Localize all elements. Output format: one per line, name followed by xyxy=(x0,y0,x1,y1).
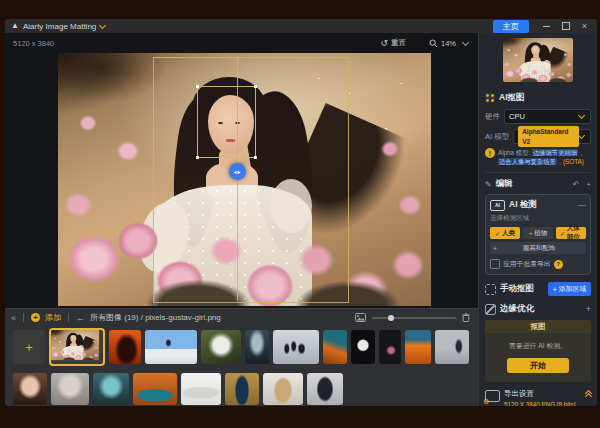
plus-icon: + xyxy=(553,286,557,293)
box-corner-handle[interactable] xyxy=(254,85,257,88)
girl-hair xyxy=(544,47,570,74)
add-region-button[interactable]: + 添加区域 xyxy=(548,282,591,296)
thumbnail-ski-scene[interactable] xyxy=(145,330,197,364)
box-corner-handle[interactable] xyxy=(196,85,199,88)
girl-dress xyxy=(521,61,551,82)
close-button[interactable]: × xyxy=(582,22,587,31)
thumbnail-group-jump[interactable] xyxy=(273,330,319,364)
minimize-button[interactable] xyxy=(543,26,550,27)
thumbnail-add-image-tile[interactable]: + xyxy=(13,330,45,364)
ai-detect-title: AI 检测 xyxy=(509,199,537,211)
export-settings[interactable]: ⚙ 导出设置 5120 X 3840 PNG [8 bits] xyxy=(485,389,591,406)
photo-canvas[interactable]: ◂▸ xyxy=(58,53,431,306)
detect-chip-clothing[interactable]: + 服装和配饰 xyxy=(490,242,586,254)
reset-label: 重置 xyxy=(391,38,406,48)
model-tip-part: 边缘细节更精细 xyxy=(532,149,578,156)
add-image-icon[interactable]: + xyxy=(31,313,40,322)
thumbnail-row-1: + xyxy=(9,326,478,368)
thumbnail-white-sofa[interactable] xyxy=(181,373,221,405)
compare-slider-handle[interactable]: ◂▸ xyxy=(229,163,246,180)
ai-matting-icon xyxy=(485,93,495,103)
girl-sleeve-l xyxy=(60,347,69,357)
export-settings-icon: ⚙ xyxy=(485,390,500,402)
thumbnail-beige-sweater[interactable] xyxy=(263,373,303,405)
maximize-button[interactable] xyxy=(562,22,570,30)
undo-icon[interactable]: ↶ xyxy=(573,180,580,189)
reset-view-button[interactable]: ↺ 重置 xyxy=(380,38,406,48)
hardware-chevron-down-icon xyxy=(578,112,585,119)
collapse-filmstrip-icon[interactable]: « xyxy=(11,313,16,323)
box-corner-handle[interactable] xyxy=(254,156,257,159)
hardware-select[interactable]: CPU xyxy=(504,109,591,124)
filmstrip: « + 添加 ← 所有图像 (19) / pixels-gustav-girl.… xyxy=(5,308,478,406)
breadcrumb: 所有图像 (19) / pixels-gustav-girl.png xyxy=(90,312,221,323)
thumbnail-size-slider[interactable] xyxy=(372,317,456,319)
canvas-area: 5120 x 3840 ↺ 重置 14% xyxy=(5,33,478,308)
image-preview xyxy=(503,38,573,82)
thumbnail-blue-fashion[interactable] xyxy=(225,373,259,405)
detect-subtitle: 选择检测区域 xyxy=(490,214,586,223)
detect-chip-human[interactable]: ✓人类 xyxy=(490,227,520,239)
thumbnail-portrait-hands[interactable] xyxy=(13,373,47,405)
edge-refine-label: 边缘优化 xyxy=(500,303,534,315)
detect-chip-label: 人类 xyxy=(502,229,515,238)
start-button[interactable]: 开始 xyxy=(507,358,569,373)
delete-image-icon[interactable] xyxy=(462,313,470,322)
slider-knob[interactable] xyxy=(388,315,394,321)
model-tip-part: ， xyxy=(578,149,584,156)
thumbnail-dandelion[interactable] xyxy=(201,330,241,364)
collapse-card-icon[interactable]: — xyxy=(578,201,586,209)
home-button[interactable]: 主页 xyxy=(493,20,529,33)
edit-section-header: ✎ 编辑 ↶ + xyxy=(485,172,591,190)
apply-batch-checkbox[interactable] xyxy=(490,259,500,269)
reset-icon: ↺ xyxy=(380,39,388,48)
zoom-chevron-down-icon[interactable] xyxy=(462,38,469,45)
girl-sleeve-l xyxy=(517,63,529,77)
edge-add-icon[interactable]: + xyxy=(586,304,591,314)
flower-field-photo xyxy=(51,330,99,360)
thumbnail-red-silhouette[interactable] xyxy=(109,330,141,364)
detect-chip-plant[interactable]: +植物 xyxy=(523,227,553,239)
export-collapse-icon[interactable] xyxy=(586,391,591,399)
thumbnail-teal-car[interactable] xyxy=(133,373,177,405)
girl-dress xyxy=(63,346,83,360)
box-corner-handle[interactable] xyxy=(196,156,199,159)
detect-chip-row: ✓人类+植物✓人体部位 xyxy=(490,227,586,239)
girl-hair xyxy=(528,42,542,52)
back-icon[interactable]: ← xyxy=(76,313,85,323)
add-image-label[interactable]: 添加 xyxy=(45,312,61,323)
thumbnail-teal-scarf-portrait[interactable] xyxy=(93,373,129,405)
face-detection-box[interactable] xyxy=(197,86,256,158)
thumbnail-row-2 xyxy=(9,368,478,406)
girl-sleeve-r xyxy=(543,60,551,69)
thumbnail-orange-teal-portrait[interactable] xyxy=(323,330,347,364)
model-chevron-down-icon xyxy=(578,132,585,139)
thumbnail-braided-portrait[interactable] xyxy=(245,330,269,364)
separator xyxy=(68,313,69,322)
ai-matting-section-header: AI抠图 xyxy=(485,92,591,104)
edge-refine-icon xyxy=(485,304,496,315)
add-icon[interactable]: + xyxy=(586,180,591,189)
flower-field-photo xyxy=(503,38,573,82)
zoom-control[interactable]: 14% xyxy=(429,39,470,48)
detect-chip-label: 人体部位 xyxy=(567,224,582,242)
thumbnail-dark-flower[interactable] xyxy=(379,330,401,364)
title-chevron-down-icon[interactable] xyxy=(99,21,106,28)
thumbnail-girl-in-flowers[interactable] xyxy=(49,328,105,366)
thumbnail-gray-portrait[interactable] xyxy=(51,373,89,405)
model-tip: ! Alpha 模型: 边缘细节更精细，适合人像与复杂场景，(SOTA) xyxy=(485,148,591,166)
thumbnail-size-icon xyxy=(355,313,366,322)
hardware-value: CPU xyxy=(509,112,525,121)
detect-chip-body-parts[interactable]: ✓人体部位 xyxy=(556,227,586,239)
help-icon[interactable]: ? xyxy=(554,260,563,269)
thumbnail-orange-jacket[interactable] xyxy=(405,330,431,364)
export-settings-label: 导出设置 xyxy=(504,389,582,399)
thumbnail-dark-jacket-walker[interactable] xyxy=(307,373,343,405)
manual-matting-icon xyxy=(485,284,496,295)
right-sidebar: AI抠图 硬件 CPU AI 模型 AlphaStandard V2 ! Alp… xyxy=(478,33,597,406)
model-select[interactable]: AlphaStandard V2 xyxy=(513,129,591,144)
thumbnail-beach-walker[interactable] xyxy=(435,330,469,364)
detect-chip-clothing-label: 服装和配饰 xyxy=(500,244,578,253)
girl-neck xyxy=(533,55,537,58)
thumbnail-white-dove[interactable] xyxy=(351,330,375,364)
